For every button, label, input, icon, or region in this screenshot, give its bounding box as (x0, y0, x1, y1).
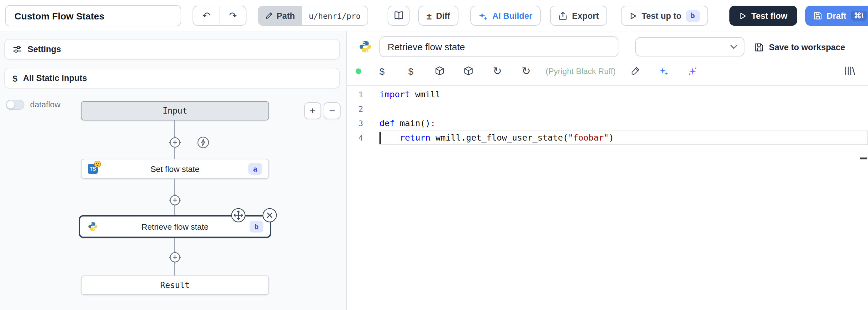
sliders-icon (12, 45, 22, 54)
undo-redo-group: ↶ ↷ (192, 6, 246, 26)
lightning-icon (196, 136, 210, 149)
step-id-badge: b (250, 221, 264, 232)
package-icon[interactable] (434, 66, 445, 76)
insert-step-button[interactable] (168, 136, 182, 149)
undo-button[interactable]: ↶ (193, 6, 219, 25)
line-number: 2 (347, 104, 363, 114)
code-lines: 1import wmill23def main():4 return wmill… (347, 87, 868, 145)
save-icon (813, 11, 822, 20)
book-icon (394, 11, 404, 21)
test-up-to-label: Test up to (642, 11, 681, 20)
resources-icon[interactable]: $ (405, 65, 416, 76)
path-label: Path (277, 11, 295, 20)
text-cursor (379, 132, 380, 144)
redo-icon: ↷ (229, 10, 237, 21)
plus-icon: + (310, 105, 316, 116)
step-name-input[interactable] (379, 36, 618, 57)
node-set-flow-state[interactable]: TS Set flow state a (81, 159, 269, 179)
code-line[interactable]: return wmill.get_flow_user_state("foobar… (379, 131, 868, 145)
path-value[interactable]: u/henri/pro (302, 6, 368, 25)
step-id-badge: a (248, 163, 262, 175)
dollar-icon: $ (12, 73, 18, 83)
node-label: Retrieve flow state (142, 222, 209, 231)
node-result[interactable]: Result (81, 276, 269, 295)
typescript-icon: TS (88, 164, 98, 174)
test-up-to-button[interactable]: Test up to b (621, 6, 708, 26)
env-vars-icon[interactable]: $ (376, 65, 388, 76)
export-button[interactable]: Export (550, 6, 607, 26)
ai-assistant-icon[interactable] (658, 66, 670, 76)
settings-label: Settings (28, 45, 61, 54)
magic-sparkle-icon[interactable] (687, 66, 699, 76)
line-number: 4 (347, 133, 363, 142)
insert-step-button[interactable] (168, 193, 182, 207)
editor-dropdown[interactable] (635, 37, 744, 56)
status-dot (355, 68, 361, 74)
delete-node-button[interactable] (262, 208, 277, 223)
path-control: Path u/henri/pro (258, 6, 368, 26)
save-icon (754, 43, 764, 52)
node-input[interactable]: Input (81, 101, 269, 120)
step-badge: b (686, 10, 700, 22)
dataflow-toggle[interactable] (6, 100, 25, 110)
add-step-icon (168, 250, 182, 264)
node-label: Input (163, 106, 187, 115)
pencil-icon (265, 12, 273, 20)
insert-trigger-button[interactable] (196, 136, 210, 149)
add-step-icon (168, 136, 182, 149)
play-icon (739, 11, 747, 20)
minus-icon: − (329, 105, 335, 116)
line-number: 3 (347, 119, 363, 128)
flow-graph-panel: Settings $ All Static Inputs dataflow In… (0, 31, 347, 310)
python-icon (88, 222, 98, 231)
dataflow-label: dataflow (30, 100, 61, 109)
ai-builder-button[interactable]: AI Builder (470, 6, 540, 26)
docs-button[interactable] (388, 6, 409, 26)
editor-toolbar: $ $ ↻ ↻ (Pyright Black Ruff) (347, 56, 868, 86)
code-line[interactable]: import wmill (379, 87, 868, 102)
save-to-workspace-label: Save to workspace (769, 43, 845, 52)
assistant-status: (Pyright Black Ruff) (546, 66, 616, 76)
static-inputs-label: All Static Inputs (23, 74, 87, 83)
draft-button[interactable]: Draft ⌘\ (805, 6, 868, 26)
static-inputs-row[interactable]: $ All Static Inputs (4, 68, 340, 88)
flow-editor-window: Custom Flow States ↶ ↷ Path u/henri/pro … (0, 0, 868, 310)
python-icon (359, 40, 372, 53)
export-icon (558, 11, 567, 20)
diff-button[interactable]: ± Diff (418, 6, 458, 26)
test-flow-button[interactable]: Test flow (730, 6, 797, 26)
format-brush-icon[interactable] (630, 66, 641, 76)
move-node-button[interactable] (231, 208, 246, 223)
add-step-icon (168, 193, 182, 207)
code-line[interactable]: def main(): (379, 116, 868, 131)
settings-row[interactable]: Settings (4, 39, 340, 60)
redo-button[interactable]: ↷ (219, 6, 246, 25)
insert-step-button[interactable] (168, 250, 182, 264)
reload-icon[interactable]: ↻ (492, 64, 503, 78)
package-icon[interactable] (463, 66, 474, 76)
emoji-icon (94, 161, 101, 168)
script-editor-panel: Save to workspace $ $ ↻ ↻ (Pyright Black… (347, 31, 868, 310)
library-columns-icon[interactable] (844, 66, 856, 76)
test-flow-label: Test flow (751, 11, 787, 20)
chevron-down-icon (730, 44, 738, 49)
code-line[interactable] (379, 102, 868, 116)
export-label: Export (572, 11, 599, 20)
top-toolbar: Custom Flow States ↶ ↷ Path u/henri/pro … (0, 0, 868, 31)
edit-path-button[interactable]: Path (258, 6, 302, 25)
zoom-in-button[interactable]: + (304, 102, 321, 119)
flow-title-input[interactable]: Custom Flow States (5, 5, 181, 26)
diff-label: Diff (436, 11, 450, 20)
overview-ruler-cursor (860, 158, 867, 160)
flow-title: Custom Flow States (14, 10, 104, 21)
diff-icon: ± (427, 10, 432, 21)
code-editor[interactable]: 1import wmill23def main():4 return wmill… (347, 86, 868, 310)
node-label: Set flow state (151, 164, 199, 173)
reload-icon[interactable]: ↻ (521, 64, 532, 78)
play-icon (629, 11, 637, 20)
ai-builder-label: AI Builder (492, 11, 532, 20)
move-icon (231, 208, 246, 223)
undo-icon: ↶ (202, 10, 210, 21)
save-to-workspace-button[interactable]: Save to workspace (754, 38, 845, 56)
zoom-out-button[interactable]: − (323, 102, 341, 119)
